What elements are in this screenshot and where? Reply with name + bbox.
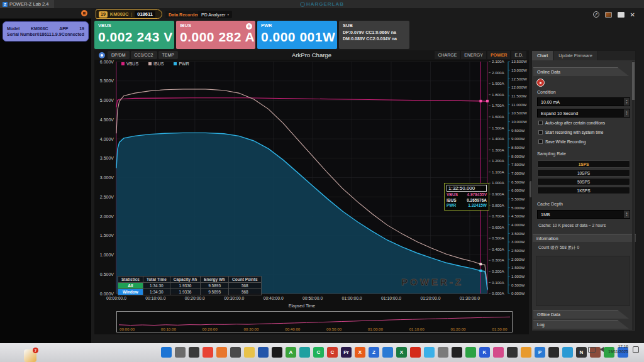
checkbox-box-icon[interactable] — [538, 140, 543, 144]
screenshot-icon[interactable] — [605, 12, 612, 18]
connection-status: Connected — [62, 32, 84, 36]
camera-icon[interactable] — [99, 52, 105, 58]
stats-header: Energy Wh — [201, 277, 229, 283]
chart-tab-temp[interactable]: TEMP — [158, 51, 178, 59]
current-threshold-input[interactable]: 10.00 mA ▲▼ — [537, 97, 630, 106]
chart-tab-power[interactable]: POWER — [487, 51, 510, 59]
cache-depth-label: Cache Depth — [537, 202, 563, 206]
svg-text:01:20:00: 01:20:00 — [450, 327, 466, 331]
network-icon[interactable] — [588, 347, 596, 353]
legend-swatch-icon — [148, 62, 152, 65]
taskbar-icon-app-c-green[interactable]: C — [313, 347, 324, 358]
sampling-rate-10sps[interactable]: 10SPS — [537, 169, 630, 177]
chart-header: DP/DMCC1/CC2TEMP ArkPro Charge CHARGEENE… — [94, 50, 529, 60]
taskbar-icon-app-dark[interactable] — [452, 347, 462, 358]
sampling-rate-label: Sampling Rate — [537, 151, 566, 156]
taskbar-icon-xbox[interactable] — [465, 347, 476, 358]
checkbox-save-while-recording[interactable]: Save While Recording — [538, 140, 586, 144]
sampling-rate-50sps[interactable]: 50SPS — [537, 178, 630, 185]
svg-text:0.500V: 0.500V — [100, 272, 114, 277]
zoom-reset-icon[interactable]: ↗ — [593, 11, 599, 18]
settings-tab-update-firmware[interactable]: Update Firmware — [553, 51, 598, 60]
taskbar-icon-paw[interactable] — [521, 347, 531, 358]
log-section-header[interactable]: Log — [533, 320, 629, 329]
record-state-icon[interactable] — [81, 10, 87, 16]
firmware-version: 1.9.9 — [52, 32, 62, 36]
taskbar-icon-obs[interactable] — [272, 347, 282, 358]
checkbox-box-icon[interactable] — [538, 130, 543, 134]
chart-tab-e-d-[interactable]: E.D. — [511, 51, 526, 59]
expand-time-input[interactable]: Expand 10 Second ▲▼ — [537, 109, 630, 118]
settings-tab-chart[interactable]: Chart — [532, 51, 553, 60]
device-tab[interactable]: 19 KM003C | 018611 — [96, 9, 162, 19]
checkbox-box-icon[interactable] — [538, 121, 543, 125]
main-area: 19 KM003C | 018611 Data Recorder PD Anal… — [91, 8, 644, 343]
offline-data-section-header[interactable]: Offline Data — [533, 310, 629, 319]
spinner-arrows-icon[interactable]: ▲▼ — [624, 98, 630, 106]
maximize-icon[interactable] — [618, 12, 625, 18]
svg-text:2.000W: 2.000W — [511, 257, 525, 261]
svg-text:13.000W: 13.000W — [511, 68, 527, 72]
taskbar-icon-excel[interactable]: X — [396, 347, 407, 358]
chart-tab-cc1-cc2[interactable]: CC1/CC2 — [131, 51, 157, 59]
taskbar-icon-acrobat[interactable] — [410, 347, 421, 358]
spinner-arrows-icon[interactable]: ▲▼ — [624, 109, 630, 117]
taskbar-clock[interactable]: 17:16 19/11/2025 — [608, 344, 628, 354]
sampling-rate-1sps[interactable]: 1SPS — [537, 160, 630, 168]
taskbar-icon-search[interactable] — [175, 347, 186, 358]
taskbar-icon-chrome[interactable] — [203, 347, 213, 358]
taskbar-icon-file-explorer[interactable] — [189, 347, 199, 358]
taskbar-icon-thunder[interactable] — [562, 347, 573, 358]
app-title-tab[interactable]: Z POWER-Z Lab 2.4 — [0, 0, 54, 8]
power-z-lab-window: Z POWER-Z Lab 2.4 HARGERLAB Model KM003C… — [0, 0, 644, 362]
clock-time: 17:16 — [608, 344, 628, 349]
notification-center-icon[interactable] — [633, 346, 639, 353]
taskbar-icon-app-blue[interactable] — [258, 347, 269, 358]
timeline-navigator[interactable]: 00:00:0000:10:0000:20:0000:30:0000:40:00… — [116, 311, 513, 332]
taskbar-icon-folder[interactable] — [244, 347, 255, 358]
taskbar-icon-photos[interactable] — [382, 347, 393, 358]
svg-text:0.100A: 0.100A — [492, 280, 504, 285]
pinned-app-icon[interactable]: 7 — [24, 349, 36, 362]
scrollbar[interactable] — [632, 61, 635, 330]
taskbar-icon-start[interactable] — [161, 347, 172, 358]
taskbar-icon-camera[interactable] — [548, 347, 559, 358]
svg-text:0.000W: 0.000W — [511, 291, 525, 295]
taskbar-icon-power-z[interactable]: Z — [369, 347, 379, 358]
sampling-rate-1ksps[interactable]: 1KSPS — [537, 187, 630, 194]
add-icon[interactable]: + — [246, 23, 252, 30]
device-card[interactable]: Model KM003C APP 19 Serial Number 018611… — [3, 21, 89, 41]
svg-text:01:10:00: 01:10:00 — [409, 327, 425, 331]
speaker-icon[interactable] — [600, 347, 604, 352]
checkbox-auto-stop-after-certain-conditions[interactable]: Auto-stop after certain conditions — [538, 121, 605, 125]
taskbar-icon-settings[interactable] — [230, 347, 241, 358]
taskbar-icon-app-x-orange[interactable]: X — [355, 347, 365, 358]
svg-text:1.500V: 1.500V — [100, 233, 114, 238]
svg-text:1.000W: 1.000W — [511, 274, 525, 278]
chart-tab-dp-dm[interactable]: DP/DM — [108, 51, 130, 59]
checkbox-start-recording-with-system-time[interactable]: Start recording with system time — [538, 130, 603, 134]
taskbar-icon-app-teal[interactable] — [299, 347, 310, 358]
close-icon[interactable]: ✕ — [630, 12, 635, 18]
cache-depth-input[interactable]: 1MB ▲▼ — [537, 210, 630, 219]
taskbar-icon-app-c-red[interactable]: C — [327, 347, 338, 358]
data-recorder-button[interactable]: Data Recorder — [165, 11, 202, 18]
online-data-section-header[interactable]: Online Data — [533, 67, 629, 76]
taskbar-icon-app-orange[interactable] — [216, 347, 227, 358]
taskbar-icon-app-k-blue[interactable]: K — [479, 347, 490, 358]
taskbar-icon-calculator[interactable] — [438, 347, 448, 358]
taskbar-icon-premiere[interactable]: Pr — [341, 347, 352, 358]
spinner-arrows-icon[interactable]: ▲▼ — [624, 211, 630, 218]
tray-chevron-icon[interactable]: ︿ — [579, 346, 584, 353]
taskbar-icon-app-pink[interactable] — [493, 347, 504, 358]
chart-tab-energy[interactable]: ENERGY — [461, 51, 486, 59]
taskbar-icon-app-a-green[interactable]: A — [286, 347, 296, 358]
record-button[interactable] — [536, 79, 545, 87]
taskbar-icon-app-p-blue[interactable]: P — [535, 347, 545, 358]
pd-analyzer-dropdown[interactable]: PD Analyzer ▾ — [198, 11, 232, 18]
taskbar-icon-maps[interactable] — [424, 347, 435, 358]
tooltip-time: 1:32:50.000 — [447, 185, 487, 192]
taskbar-icon-tv[interactable] — [507, 347, 518, 358]
tooltip-row-vbus: VBUS4.978455V — [447, 192, 487, 198]
chart-tab-charge[interactable]: CHARGE — [435, 51, 460, 59]
